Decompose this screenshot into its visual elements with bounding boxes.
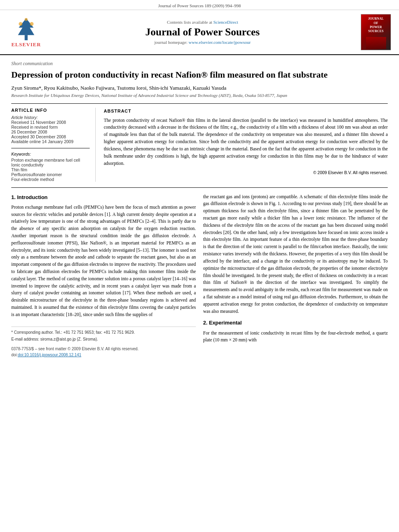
sciencedirect-link[interactable]: ScienceDirect bbox=[213, 20, 238, 25]
body-columns: 1. Introduction Proton exchange membrane… bbox=[11, 193, 388, 358]
abstract-text: The proton conductivity of recast Nafion… bbox=[104, 117, 388, 167]
contents-text: Contents lists available at bbox=[167, 20, 212, 25]
received2-label: Received in revised form bbox=[11, 125, 90, 129]
available-online: Available online 14 January 2009 bbox=[11, 139, 90, 144]
svg-point-4 bbox=[25, 18, 27, 21]
article-content: Short communication Depression of proton… bbox=[0, 55, 399, 366]
received1: Received 11 November 2008 bbox=[11, 120, 90, 125]
keywords-label: Keywords: bbox=[11, 152, 90, 156]
section1-paragraph: Proton exchange membrane fuel cells (PEM… bbox=[11, 204, 196, 318]
footnote-email: E-mail address: siroma.z@aist.go.jp (Z. … bbox=[11, 336, 196, 343]
body-col-left: 1. Introduction Proton exchange membrane… bbox=[11, 193, 196, 358]
article-authors: Zyun Siroma*, Ryou Kakitsubo, Naoko Fuji… bbox=[11, 85, 388, 91]
section2-title: 2. Experimental bbox=[203, 319, 388, 327]
article-affiliation: Research Institute for Ubiquitous Energy… bbox=[11, 93, 388, 98]
keyword-3: Thin film bbox=[11, 167, 90, 172]
article-info-title: ARTICLE INFO bbox=[11, 108, 90, 113]
svg-rect-0 bbox=[25, 35, 27, 40]
page: Journal of Power Sources 189 (2009) 994–… bbox=[0, 0, 399, 532]
abstract-section: ABSTRACT The proton conductivity of reca… bbox=[104, 108, 388, 176]
article-type: Short communication bbox=[11, 61, 388, 67]
keyword-4: Perfluorosulfonate ionomer bbox=[11, 172, 90, 177]
homepage-url[interactable]: www.elsevier.com/locate/jpowsour bbox=[189, 40, 251, 45]
journal-main-title: Journal of Power Sources bbox=[44, 26, 361, 38]
footnote-corresponding: * Corresponding author. Tel.: +81 72 751… bbox=[11, 329, 196, 336]
journal-title-center: Contents lists available at ScienceDirec… bbox=[44, 20, 361, 45]
footnote-section: * Corresponding author. Tel.: +81 72 751… bbox=[11, 327, 196, 343]
keyword-5: Four-electrode method bbox=[11, 177, 90, 182]
journal-header: Journal of Power Sources 189 (2009) 994–… bbox=[0, 0, 399, 10]
contents-available: Contents lists available at ScienceDirec… bbox=[44, 20, 361, 25]
journal-homepage: journal homepage: www.elsevier.com/locat… bbox=[44, 40, 361, 45]
section1-title: 1. Introduction bbox=[11, 193, 196, 201]
keywords-section: Keywords: Proton exchange membrane fuel … bbox=[11, 152, 90, 182]
top-banner: ELSEVIER Contents lists available at Sci… bbox=[0, 10, 399, 55]
keyword-2: Ionic conductivity bbox=[11, 162, 90, 167]
section1-right-paragraph: the reactant gas and ions (protons) are … bbox=[203, 193, 388, 315]
abstract-title: ABSTRACT bbox=[104, 108, 388, 115]
elsevier-logo: ELSEVIER bbox=[8, 16, 44, 48]
section2-paragraph: For the measurement of ionic conductivit… bbox=[203, 330, 388, 344]
keywords-divider bbox=[11, 148, 90, 148]
svg-point-2 bbox=[19, 22, 23, 26]
history-label: Article history: bbox=[11, 115, 90, 120]
footer-issn-line: 0378-7753/$ – see front matter © 2009 El… bbox=[11, 346, 196, 352]
article-info-left: ARTICLE INFO Article history: Received 1… bbox=[11, 108, 96, 182]
article-history: Article history: Received 11 November 20… bbox=[11, 115, 90, 144]
accepted: Accepted 30 December 2008 bbox=[11, 134, 90, 139]
homepage-text: journal homepage: bbox=[154, 40, 187, 45]
received2-date: 26 December 2008 bbox=[11, 129, 90, 134]
two-column-info: ARTICLE INFO Article history: Received 1… bbox=[11, 108, 388, 182]
copyright-line: © 2009 Elsevier B.V. All rights reserved… bbox=[104, 169, 388, 176]
body-divider bbox=[11, 187, 388, 188]
divider-line bbox=[11, 103, 388, 104]
journal-line: Journal of Power Sources 189 (2009) 994–… bbox=[158, 3, 241, 8]
doi-link[interactable]: doi:10.1016/j.jpowsour.2008.12.141 bbox=[18, 353, 81, 357]
article-title: Depression of proton conductivity in rec… bbox=[11, 69, 388, 81]
footer-doi-line: doi:doi:10.1016/j.jpowsour.2008.12.141 bbox=[11, 352, 196, 358]
footer-issn: 0378-7753/$ – see front matter © 2009 El… bbox=[11, 346, 196, 358]
journal-cover: JOURNAL OF POWER SOURCES bbox=[361, 14, 391, 50]
body-col-right: the reactant gas and ions (protons) are … bbox=[203, 193, 388, 358]
article-info-right: ABSTRACT The proton conductivity of reca… bbox=[104, 108, 388, 182]
svg-point-3 bbox=[30, 22, 33, 26]
keyword-1: Proton exchange membrane fuel cell bbox=[11, 158, 90, 162]
elsevier-tree-icon bbox=[14, 16, 38, 41]
elsevier-label: ELSEVIER bbox=[11, 41, 41, 48]
